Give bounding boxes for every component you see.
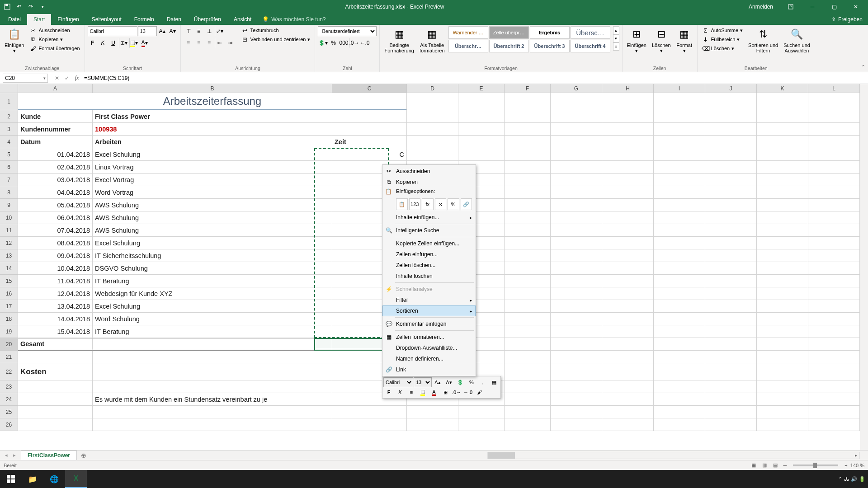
orientation-icon[interactable]: ⤢▾ bbox=[215, 26, 225, 36]
ctx-dropdown-list[interactable]: Dropdown-Auswahlliste... bbox=[382, 343, 476, 353]
cell-zeit[interactable]: C bbox=[332, 148, 407, 161]
row-header[interactable]: 9 bbox=[0, 199, 18, 211]
decrease-font-icon[interactable]: A▾ bbox=[168, 26, 178, 36]
row-header[interactable]: 6 bbox=[0, 161, 18, 174]
row-header[interactable]: 15 bbox=[0, 275, 18, 287]
cell-datum[interactable]: 05.04.2018 bbox=[18, 199, 93, 211]
cell-arbeiten[interactable]: Excel Vortrag bbox=[93, 174, 332, 186]
col-header-A[interactable]: A bbox=[18, 84, 93, 93]
cancel-formula-icon[interactable]: ✕ bbox=[52, 74, 61, 83]
cell-header-arbeiten[interactable]: Arbeiten bbox=[93, 136, 332, 148]
row-header[interactable]: 8 bbox=[0, 186, 18, 199]
row-header[interactable]: 2 bbox=[0, 110, 18, 123]
cell-datum[interactable]: 15.04.2018 bbox=[18, 325, 93, 338]
signin-link[interactable]: Anmelden bbox=[742, 4, 779, 10]
cell-kn-value[interactable]: 100938 bbox=[93, 123, 332, 136]
ctx-sort[interactable]: Sortieren▸ bbox=[382, 305, 476, 316]
cell-arbeiten[interactable]: AWS Schulung bbox=[93, 224, 332, 237]
tab-daten[interactable]: Daten bbox=[160, 14, 188, 25]
collapse-ribbon-icon[interactable]: ⌃ bbox=[861, 64, 865, 70]
enter-formula-icon[interactable]: ✓ bbox=[62, 74, 71, 83]
merge-center-button[interactable]: ⊟Verbinden und zentrieren ▾ bbox=[240, 35, 312, 43]
cell-styles-gallery[interactable]: Warnender … Zelle überpr… Ergebnis Übers… bbox=[448, 26, 610, 52]
maximize-button[interactable]: ▢ bbox=[824, 0, 844, 14]
comma-icon[interactable]: 000 bbox=[339, 38, 349, 48]
cell-arbeiten[interactable]: Webdesign für Kunde XYZ bbox=[93, 287, 332, 300]
row-header[interactable]: 10 bbox=[0, 211, 18, 224]
share-button[interactable]: ⇪Freigeben bbox=[826, 14, 868, 25]
cell-arbeiten[interactable]: AWS Schulung bbox=[93, 211, 332, 224]
col-header-D[interactable]: D bbox=[407, 84, 458, 93]
close-button[interactable]: ✕ bbox=[845, 0, 866, 14]
tab-ansicht[interactable]: Ansicht bbox=[227, 14, 258, 25]
mini-dec-decimal-icon[interactable]: ←.0 bbox=[462, 387, 473, 397]
browser-icon[interactable]: 🌐 bbox=[43, 470, 65, 488]
ctx-insert-comment[interactable]: 💬Kommentar einfügen bbox=[382, 319, 476, 329]
accounting-icon[interactable]: 💲▾ bbox=[318, 38, 328, 48]
row-header[interactable]: 24 bbox=[0, 393, 18, 406]
col-header-F[interactable]: F bbox=[505, 84, 551, 93]
excel-taskbar-icon[interactable]: X bbox=[65, 470, 87, 488]
column-headers[interactable]: A B C D E F G H I J K L bbox=[18, 84, 860, 93]
cell-datum[interactable]: 11.04.2018 bbox=[18, 275, 93, 287]
font-name-select[interactable] bbox=[88, 26, 137, 36]
cell-note[interactable]: Es wurde mit dem Kunden ein Stundensatz … bbox=[93, 393, 332, 406]
number-format-select[interactable]: Benutzerdefiniert bbox=[318, 26, 377, 36]
col-header-I[interactable]: I bbox=[654, 84, 705, 93]
font-size-select[interactable] bbox=[138, 26, 157, 36]
style-check[interactable]: Zelle überpr… bbox=[489, 26, 529, 39]
row-header[interactable]: 4 bbox=[0, 136, 18, 148]
ctx-delete-cells[interactable]: Zellen löschen... bbox=[382, 260, 476, 271]
border-button[interactable]: ⊞▾ bbox=[119, 38, 129, 48]
scroll-right-icon[interactable]: ▸ bbox=[852, 452, 859, 459]
row-header[interactable]: 3 bbox=[0, 123, 18, 136]
cell-datum[interactable]: 04.04.2018 bbox=[18, 186, 93, 199]
tab-einfuegen[interactable]: Einfügen bbox=[51, 14, 85, 25]
spreadsheet-grid[interactable]: A B C D E F G H I J K L 1 2 3 4 5 6 7 8 … bbox=[0, 84, 868, 450]
row-header[interactable]: 22 bbox=[0, 363, 18, 380]
style-h3[interactable]: Überschrift 3 bbox=[530, 40, 570, 52]
paste-all-icon[interactable]: 📋 bbox=[396, 198, 408, 210]
mini-increase-font-icon[interactable]: A▴ bbox=[432, 377, 443, 387]
sort-filter-button[interactable]: ⇅Sortieren und Filtern bbox=[746, 26, 780, 54]
cell-datum[interactable]: 06.04.2018 bbox=[18, 211, 93, 224]
volume-icon[interactable]: 🔊 bbox=[851, 476, 857, 482]
col-header-C[interactable]: C bbox=[332, 84, 407, 93]
file-explorer-icon[interactable]: 📁 bbox=[22, 470, 43, 488]
row-header[interactable]: 16 bbox=[0, 287, 18, 300]
cell-arbeiten[interactable]: IT Sicherheitsschulung bbox=[93, 249, 332, 262]
underline-button[interactable]: U bbox=[108, 38, 118, 48]
align-left-icon[interactable]: ≡ bbox=[184, 38, 193, 48]
ctx-paste-special[interactable]: Inhalte einfügen...▸ bbox=[382, 212, 476, 223]
font-color-button[interactable]: A▾ bbox=[140, 38, 150, 48]
sheet-tab-active[interactable]: FirstClassPower bbox=[21, 450, 77, 460]
tab-ueberpruefen[interactable]: Überprüfen bbox=[188, 14, 227, 25]
increase-decimal-icon[interactable]: .0→ bbox=[349, 38, 359, 48]
row-header[interactable]: 23 bbox=[0, 380, 18, 393]
cell-datum[interactable]: 13.04.2018 bbox=[18, 300, 93, 313]
tab-formeln[interactable]: Formeln bbox=[128, 14, 160, 25]
select-all-corner[interactable] bbox=[0, 84, 18, 93]
name-box[interactable]: C20▾ bbox=[3, 74, 48, 83]
cell-kn-label[interactable]: Kundennummer bbox=[18, 123, 93, 136]
style-h1[interactable]: Überschr… bbox=[448, 40, 488, 52]
mini-font-size[interactable]: 13 bbox=[414, 377, 432, 387]
fill-button[interactable]: ⬇Füllbereich ▾ bbox=[700, 35, 745, 43]
vertical-scrollbar[interactable] bbox=[860, 84, 868, 450]
cell-title[interactable]: Arbeitszeiterfassung bbox=[18, 93, 407, 110]
mini-fill-color-icon[interactable]: ⬚ bbox=[417, 387, 428, 397]
tray-up-icon[interactable]: ⌃ bbox=[838, 476, 842, 482]
cell-arbeiten[interactable]: Excel Schulung bbox=[93, 237, 332, 249]
delete-cells-button[interactable]: ⊟Löschen▾ bbox=[650, 26, 673, 54]
cell-datum[interactable]: 14.04.2018 bbox=[18, 313, 93, 325]
mini-format-icon[interactable]: ▦ bbox=[489, 377, 500, 387]
cell-header-zeit[interactable]: Zeit bbox=[332, 136, 407, 148]
ctx-link[interactable]: 🔗Link bbox=[382, 364, 476, 375]
row-header[interactable]: 25 bbox=[0, 406, 18, 418]
cell-gesamt-label[interactable]: Gesamt bbox=[18, 338, 93, 351]
fill-color-button[interactable]: ⬚▾ bbox=[129, 38, 139, 48]
fx-icon[interactable]: fx bbox=[72, 74, 81, 83]
cell-datum[interactable]: 02.04.2018 bbox=[18, 161, 93, 174]
ctx-copy[interactable]: ⧉Kopieren bbox=[382, 177, 476, 188]
percent-icon[interactable]: % bbox=[328, 38, 338, 48]
